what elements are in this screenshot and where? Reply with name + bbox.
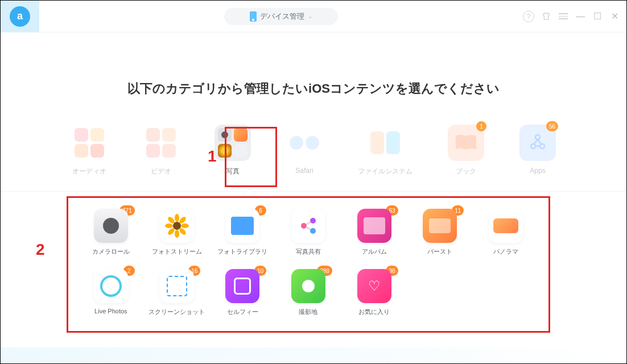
logo-icon: a <box>10 6 30 27</box>
chevron-down-icon: ⌄ <box>308 13 312 19</box>
category-books[interactable]: 1 ブック <box>448 125 484 176</box>
divider <box>1 191 626 192</box>
filesystem-icon <box>367 125 403 161</box>
badge: 56 <box>546 121 558 131</box>
page-heading: 以下のカテゴリから管理したいiOSコンテンツを選んでください <box>1 80 626 97</box>
safari-icon <box>286 125 323 161</box>
badge: 1 <box>476 121 486 131</box>
category-label: ビデオ <box>151 167 171 176</box>
category-filesystem[interactable]: ファイルシステム <box>358 125 412 176</box>
phone-icon <box>250 11 257 22</box>
category-safari[interactable]: Safari <box>286 125 323 176</box>
category-audio[interactable]: オーディオ <box>71 125 108 176</box>
category-apps[interactable]: 56 Apps <box>519 125 556 176</box>
category-label: Apps <box>530 167 545 175</box>
annotation-box-2 <box>67 196 550 333</box>
annotation-number-1: 1 <box>208 147 217 166</box>
category-label: オーディオ <box>72 167 106 176</box>
dropdown-label: デバイス管理 <box>260 11 304 22</box>
app-logo: a <box>1 1 39 32</box>
window-controls: ? — ☐ ✕ <box>523 11 620 22</box>
decorative-wave <box>1 348 626 363</box>
video-icon <box>143 125 179 161</box>
device-dropdown[interactable]: デバイス管理 ⌄ <box>224 8 338 25</box>
category-video[interactable]: ビデオ <box>143 125 179 176</box>
maximize-icon[interactable]: ☐ <box>592 11 603 22</box>
close-icon[interactable]: ✕ <box>609 11 620 22</box>
svg-point-1 <box>531 144 535 148</box>
category-row: オーディオ ビデオ 写真 Safari ファイルシステム 1 ブック 56 Ap… <box>1 125 626 176</box>
help-icon[interactable]: ? <box>523 11 534 22</box>
minimize-icon[interactable]: — <box>575 11 585 22</box>
titlebar: a デバイス管理 ⌄ ? — ☐ ✕ <box>1 1 626 32</box>
category-label: ファイルシステム <box>358 167 412 176</box>
category-label: Safari <box>295 167 313 175</box>
audio-icon <box>71 125 108 161</box>
skin-icon[interactable] <box>541 11 551 22</box>
annotation-box-1 <box>225 127 277 187</box>
category-label: ブック <box>456 167 476 176</box>
menu-icon[interactable] <box>558 11 568 22</box>
svg-point-2 <box>540 144 544 148</box>
annotation-number-2: 2 <box>36 241 45 259</box>
svg-point-0 <box>535 135 540 139</box>
